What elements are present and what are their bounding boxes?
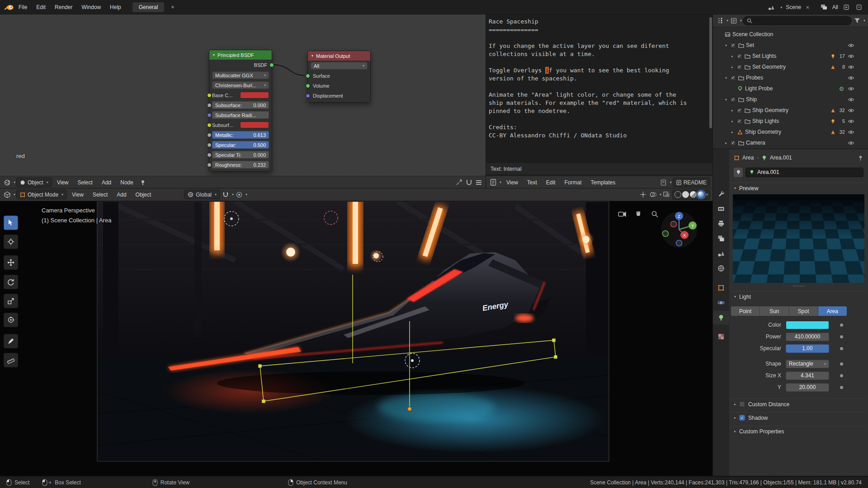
animate-size-y-dot[interactable]	[840, 386, 843, 389]
expand-icon[interactable]: ▸	[730, 130, 735, 134]
light-name-input[interactable]: Area.001	[745, 168, 863, 177]
tool-transform[interactable]	[4, 313, 18, 327]
animate-size-x-dot[interactable]	[840, 374, 843, 377]
view-layer-name[interactable]: All	[832, 4, 838, 10]
menu-view[interactable]: View	[502, 178, 522, 187]
light-type-sun[interactable]: Sun	[760, 306, 789, 316]
subsurface-radius-socket[interactable]	[207, 113, 212, 117]
collection-checkbox[interactable]: ✓	[730, 75, 736, 81]
expand-icon[interactable]: ▾	[723, 98, 729, 102]
menu-object[interactable]: Object	[132, 190, 156, 199]
menu-add[interactable]: Add	[113, 190, 130, 199]
scene-name[interactable]: Scene	[786, 4, 801, 10]
outliner-row[interactable]: Scene Collection	[713, 29, 868, 40]
bsdf-output-socket[interactable]	[269, 63, 274, 67]
pin-icon[interactable]	[138, 178, 147, 187]
viewport-canvas[interactable]: Energy	[0, 202, 713, 476]
navigation-gizmo[interactable]: Z Y X	[661, 211, 697, 248]
filter-icon[interactable]	[853, 16, 862, 25]
subsurface-radius-field[interactable]: Subsurface Radi...	[212, 111, 269, 119]
specular-socket[interactable]	[207, 143, 212, 147]
power-field[interactable]: 410.00000	[786, 333, 829, 341]
expand-icon[interactable]: ▸	[730, 108, 735, 113]
transform-orientation-select[interactable]: Global ▾	[184, 190, 220, 199]
editor-menu-icon[interactable]	[474, 178, 483, 187]
browse-light-icon[interactable]	[734, 168, 743, 177]
menu-edit[interactable]: Edit	[542, 178, 560, 187]
add-view-layer-icon[interactable]	[842, 3, 851, 12]
subsurface-slider[interactable]: Subsurface: 0.000	[212, 101, 269, 109]
menu-node[interactable]: Node	[116, 178, 137, 187]
collection-checkbox[interactable]: ✓	[736, 64, 742, 70]
text-line[interactable]: CC-BY Alessandro Chiffi / ONdata Studio	[489, 132, 713, 140]
base-color-swatch[interactable]	[240, 92, 269, 99]
collapse-node-icon[interactable]: ▾	[311, 54, 313, 58]
outliner-item-label[interactable]: Ship Geometry	[752, 107, 788, 113]
outliner-row[interactable]: ▾✓Probes	[713, 72, 868, 83]
tool-select-box[interactable]	[4, 216, 18, 230]
eye-icon[interactable]	[846, 119, 855, 124]
view-layer-icon[interactable]	[820, 3, 829, 12]
volume-input-socket[interactable]	[306, 84, 310, 88]
outliner-row[interactable]: ▸✓Ship Geometry32	[713, 105, 868, 116]
collection-checkbox[interactable]: ✓	[736, 118, 742, 124]
outliner-row[interactable]: ▸✓Ship Lights5	[713, 116, 868, 127]
subsurface-socket[interactable]	[207, 103, 212, 108]
menu-edit[interactable]: Edit	[32, 3, 50, 12]
expand-icon[interactable]: ▾	[723, 76, 729, 80]
text-line[interactable]: collections visible at a time.	[489, 51, 713, 59]
specular-tint-socket[interactable]	[207, 153, 212, 157]
animate-power-dot[interactable]	[840, 335, 843, 338]
collection-checkbox[interactable]: ✓	[730, 140, 736, 146]
text-line[interactable]: version of the spaceship.	[489, 75, 713, 83]
eye-icon[interactable]	[846, 54, 855, 59]
menu-text[interactable]: Text	[523, 178, 541, 187]
outliner-item-label[interactable]: Set Geometry	[752, 64, 786, 70]
menu-select[interactable]: Select	[74, 178, 97, 187]
size-x-field[interactable]: 4.341	[786, 371, 829, 380]
metallic-socket[interactable]	[207, 133, 212, 137]
material-output-node[interactable]: ▾ Material Output All ▾ Surface Volume D…	[307, 51, 371, 103]
animate-shape-dot[interactable]	[840, 362, 843, 366]
principled-bsdf-node[interactable]: ▾ Principled BSDF BSDF Multiscatter GGX …	[209, 50, 272, 172]
eye-icon[interactable]	[846, 86, 855, 91]
outliner-item-label[interactable]: Probes	[746, 75, 763, 81]
expand-icon[interactable]: ▸	[730, 119, 735, 123]
text-line[interactable]: Toggle Overlays if you want to see the b…	[489, 67, 713, 75]
scene-icon[interactable]	[767, 3, 776, 12]
outliner-item-label[interactable]: Set	[746, 42, 754, 48]
text-line[interactable]: pinned to the nodetree.	[489, 108, 713, 116]
light-type-point[interactable]: Point	[731, 306, 760, 316]
displacement-input-socket[interactable]	[306, 94, 310, 98]
expand-icon[interactable]: ▸	[730, 54, 735, 58]
animate-specular-dot[interactable]	[840, 347, 843, 350]
unlink-scene-icon[interactable]: ✕	[806, 5, 809, 10]
outliner-item-label[interactable]: Camera	[746, 140, 765, 146]
tool-measure[interactable]	[4, 353, 18, 367]
expand-icon[interactable]: ▾	[723, 43, 729, 47]
panel-shadow[interactable]: ▸ ✓ Shadow	[730, 412, 867, 423]
menu-view[interactable]: View	[53, 178, 73, 187]
blender-logo-icon[interactable]	[5, 3, 14, 12]
panel-light[interactable]: ▾ Light	[730, 291, 867, 302]
display-mode-icon[interactable]	[729, 16, 738, 25]
collapse-node-icon[interactable]: ▾	[213, 53, 215, 57]
distribution-select[interactable]: Multiscatter GGX ▾	[212, 71, 269, 79]
eye-icon[interactable]	[846, 43, 855, 48]
tab-view-layer[interactable]	[713, 232, 729, 245]
surface-input-socket[interactable]	[306, 74, 310, 78]
light-color-swatch[interactable]	[786, 321, 829, 329]
collection-checkbox[interactable]: ✓	[736, 108, 742, 113]
collection-checkbox[interactable]: ✓	[736, 53, 742, 59]
shadow-checkbox[interactable]: ✓	[739, 415, 745, 421]
expand-icon[interactable]: ▸	[730, 65, 735, 69]
collection-checkbox[interactable]: ✓	[730, 42, 736, 48]
outliner-item-label[interactable]: Light Probe	[745, 85, 773, 92]
browse-text-icon[interactable]	[659, 178, 668, 187]
output-target-select[interactable]: All ▾	[311, 62, 368, 70]
custom-distance-checkbox[interactable]	[739, 401, 745, 407]
node-header[interactable]: ▾ Principled BSDF	[209, 50, 272, 60]
tab-world[interactable]	[713, 262, 729, 275]
subsurface-color-swatch[interactable]	[240, 122, 269, 128]
panel-custom-properties[interactable]: ▸ Custom Properties	[730, 426, 867, 436]
